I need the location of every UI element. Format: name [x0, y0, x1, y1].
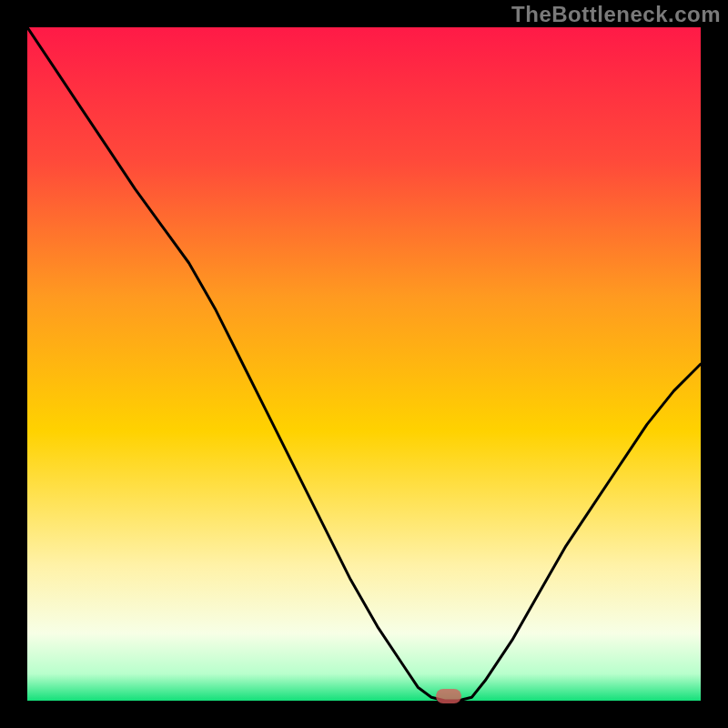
watermark-text: TheBottleneck.com	[511, 2, 721, 27]
gradient-background	[27, 27, 701, 701]
chart-svg	[27, 27, 701, 701]
plot-area	[27, 27, 701, 701]
chart-frame: TheBottleneck.com	[0, 0, 728, 728]
optimal-marker	[436, 689, 461, 703]
